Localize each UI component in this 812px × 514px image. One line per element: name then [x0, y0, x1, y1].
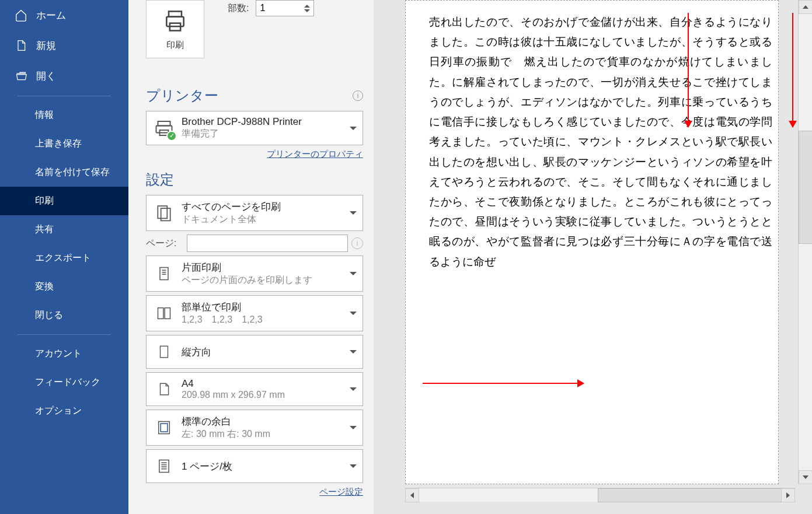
sidebar-label: オプション [35, 405, 82, 417]
sidebar-item-print[interactable]: 印刷 [0, 187, 128, 215]
sidebar-label: 情報 [35, 109, 54, 121]
backstage-sidebar: ホーム 新規 開く 情報 上書き保存 名前を付けて保存 印刷 共有 エクスポート… [0, 0, 128, 514]
dd-sub: 左: 30 mm 右: 30 mm [182, 428, 350, 440]
sidebar-item-home[interactable]: ホーム [0, 0, 128, 30]
svg-rect-8 [160, 268, 168, 280]
scroll-thumb[interactable] [799, 131, 812, 244]
sidebar-label: エクスポート [35, 252, 91, 264]
paper-size-selector[interactable]: A4 209.98 mm x 296.97 mm [146, 372, 363, 406]
spinner-down[interactable] [304, 9, 310, 12]
printer-name: Brother DCP-J988N Printer [182, 116, 350, 128]
print-preview-area: 売れ出したので、そのおかげで金儲けが出来、自分きるようになりました。この時は彼は… [374, 0, 812, 514]
dd-sub: 1,2,3 1,2,3 1,2,3 [182, 314, 350, 326]
sidebar-item-new[interactable]: 新規 [0, 30, 128, 61]
orientation-selector[interactable]: 縦方向 [146, 335, 363, 369]
chevron-down-icon [350, 312, 357, 315]
preview-text: 売れ出したので、そのおかげで金儲けが出来、自分きるようになりました。この時は彼は… [429, 12, 772, 272]
chevron-down-icon [350, 127, 357, 130]
chevron-down-icon [350, 387, 357, 391]
sidebar-label: 開く [36, 69, 56, 83]
printer-device-icon: ✓ [152, 117, 176, 140]
collate-icon [152, 302, 176, 325]
sidebar-item-account[interactable]: アカウント [0, 340, 128, 368]
annotation-arrow [792, 13, 793, 127]
sidebar-item-transform[interactable]: 変換 [0, 272, 128, 301]
svg-rect-0 [169, 11, 182, 16]
dd-sub: 209.98 mm x 296.97 mm [182, 390, 350, 400]
dd-sub: ページの片面のみを印刷します [182, 274, 350, 286]
page-grid-icon [152, 454, 176, 478]
preview-page: 売れ出したので、そのおかげで金儲けが出来、自分きるようになりました。この時は彼は… [405, 0, 779, 484]
heading-text: 設定 [146, 170, 174, 189]
copies-value: 1 [260, 3, 265, 13]
svg-rect-12 [158, 308, 163, 319]
scroll-left-button[interactable] [405, 488, 419, 502]
sidebar-label: ホーム [36, 9, 66, 22]
margins-icon [152, 416, 176, 439]
sidebar-item-export[interactable]: エクスポート [0, 244, 128, 272]
divider [18, 334, 111, 335]
heading-text: プリンター [146, 86, 218, 105]
collate-selector[interactable]: 部単位で印刷 1,2,3 1,2,3 1,2,3 [146, 295, 363, 331]
print-button-label: 印刷 [166, 40, 184, 51]
scroll-up-button[interactable] [799, 0, 812, 14]
annotation-arrow [423, 383, 584, 384]
dd-sub: ドキュメント全体 [182, 214, 350, 226]
dd-main: 標準の余白 [182, 415, 350, 428]
print-range-selector[interactable]: すべてのページを印刷 ドキュメント全体 [146, 195, 363, 231]
sidebar-item-options[interactable]: オプション [0, 397, 128, 425]
copies-label: 部数: [228, 2, 249, 15]
printer-status: 準備完了 [182, 128, 350, 140]
sided-selector[interactable]: 片面印刷 ページの片面のみを印刷します [146, 256, 363, 292]
portrait-icon [152, 340, 176, 363]
sidebar-label: アカウント [35, 348, 82, 360]
sidebar-label: 変換 [35, 281, 54, 293]
pages-label: ページ: [146, 237, 187, 250]
spinner-up[interactable] [304, 5, 310, 8]
printer-heading: プリンター i [146, 86, 363, 105]
printer-properties-link[interactable]: プリンターのプロパティ [146, 149, 363, 160]
sidebar-item-close[interactable]: 閉じる [0, 301, 128, 330]
chevron-down-icon [350, 350, 357, 354]
home-icon [14, 8, 28, 22]
sidebar-item-saveas[interactable]: 名前を付けて保存 [0, 158, 128, 187]
sidebar-item-feedback[interactable]: フィードバック [0, 368, 128, 397]
chevron-down-icon [350, 272, 357, 275]
info-icon[interactable]: i [353, 90, 363, 101]
spinner [304, 1, 310, 16]
margins-selector[interactable]: 標準の余白 左: 30 mm 右: 30 mm [146, 410, 363, 446]
svg-rect-14 [161, 346, 168, 358]
pages-input[interactable] [187, 235, 348, 252]
sidebar-label: 名前を付けて保存 [35, 166, 110, 179]
chevron-down-icon [350, 211, 357, 215]
scroll-thumb[interactable] [598, 488, 782, 502]
printer-selector[interactable]: ✓ Brother DCP-J988N Printer 準備完了 [146, 111, 363, 145]
divider [18, 96, 111, 96]
pages-icon [152, 201, 176, 225]
dd-main: 1 ページ/枚 [182, 460, 350, 473]
print-settings-panel: 印刷 部数: 1 プリンター i ✓ Brother DCP-J988N Pri… [128, 0, 374, 514]
sidebar-item-share[interactable]: 共有 [0, 215, 128, 244]
sidebar-label: 共有 [35, 223, 54, 236]
sidebar-label: 新規 [36, 39, 56, 53]
copies-input[interactable]: 1 [256, 0, 314, 16]
scroll-right-button[interactable] [781, 488, 795, 502]
annotation-arrow [688, 13, 689, 127]
scroll-down-button[interactable] [799, 470, 812, 484]
pages-per-sheet-selector[interactable]: 1 ページ/枚 [146, 449, 363, 483]
svg-rect-13 [165, 308, 170, 319]
horizontal-scrollbar [405, 488, 795, 502]
printer-icon [162, 8, 188, 36]
settings-heading: 設定 [146, 170, 363, 189]
document-icon [14, 39, 28, 53]
sidebar-label: 閉じる [35, 309, 63, 321]
folder-open-icon [14, 69, 28, 83]
dd-main: 片面印刷 [182, 261, 350, 274]
print-button[interactable]: 印刷 [146, 0, 204, 58]
dd-main: 縦方向 [182, 345, 350, 359]
sidebar-item-save[interactable]: 上書き保存 [0, 130, 128, 158]
info-icon[interactable]: i [351, 237, 363, 249]
page-setup-link[interactable]: ページ設定 [146, 487, 363, 498]
sidebar-item-info[interactable]: 情報 [0, 101, 128, 130]
sidebar-item-open[interactable]: 開く [0, 61, 128, 91]
